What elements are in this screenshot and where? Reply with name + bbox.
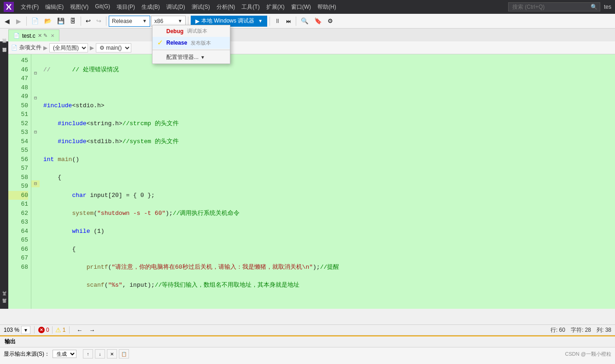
fold-51 xyxy=(31,102,40,111)
save-button[interactable]: 💾 xyxy=(55,16,67,27)
fold-62 xyxy=(31,196,40,206)
zoom-dropdown[interactable]: ▼ xyxy=(21,326,30,334)
menu-build[interactable]: 生成(B) xyxy=(138,1,163,13)
line-num-64: 64 xyxy=(8,227,28,236)
bookmark-button[interactable]: 🔖 xyxy=(312,16,324,27)
editor-tab-active[interactable]: 📄 test.c ✕ ✎ ✕ xyxy=(8,29,59,41)
output-panel: 输出 显示输出来源(S)： 生成 ↑ ↓ ✕ 📋 CSDN @一颗小橙粒 xyxy=(0,335,615,364)
fold-49 xyxy=(31,86,40,95)
find-button[interactable]: 🔍 xyxy=(299,16,311,27)
menu-view[interactable]: 视图(V) xyxy=(67,1,92,13)
fold-60[interactable]: ⊟ xyxy=(31,180,40,187)
separator3 xyxy=(106,17,106,26)
dropdown-item-config-manager[interactable]: 配置管理器... ▼ xyxy=(152,51,230,64)
step-button[interactable]: ⏭ xyxy=(284,16,293,27)
new-file-button[interactable]: 📄 xyxy=(29,16,41,27)
warning-count: 1 xyxy=(63,327,66,333)
save-all-button[interactable]: 🗄 xyxy=(68,16,78,27)
left-panel: 资源视图 团队资源管理器 工具 工具箱 xyxy=(0,41,8,309)
line-num-47: 47 xyxy=(8,74,28,83)
search-input[interactable] xyxy=(508,2,600,12)
config-dropdown[interactable]: Release ▼ xyxy=(109,16,150,27)
line-num-57: 57 xyxy=(8,164,28,173)
menu-edit[interactable]: 编辑(E) xyxy=(42,1,67,13)
step-icon: ⏭ xyxy=(286,18,291,24)
tab-filename: test.c xyxy=(22,33,35,39)
output-header: 输出 xyxy=(0,336,615,347)
menu-window[interactable]: 窗口(W) xyxy=(288,1,314,13)
output-down-button[interactable]: ↓ xyxy=(95,349,105,358)
menu-project[interactable]: 项目(P) xyxy=(113,1,138,13)
line-num-54: 54 xyxy=(8,137,28,146)
menu-extensions[interactable]: 扩展(X) xyxy=(263,1,288,13)
warning-indicator[interactable]: ⚠ 1 xyxy=(55,326,66,334)
zoom-value: 103 % xyxy=(4,327,19,333)
line-num-60: 60 xyxy=(8,191,28,200)
fold-50[interactable]: ⊟ xyxy=(31,95,40,102)
breadcrumb-func-select[interactable]: ⚙ main() xyxy=(96,43,131,52)
forward-button[interactable]: ▶ xyxy=(13,16,24,27)
editor-tab-bar: 📄 test.c ✕ ✎ ✕ xyxy=(8,29,615,41)
sidebar-tab-resources[interactable]: 资源视图 xyxy=(0,41,8,51)
separator2 xyxy=(81,17,81,26)
settings-button[interactable]: ⚙ xyxy=(325,16,335,27)
output-source-label: 显示输出来源(S)： xyxy=(4,350,50,358)
warning-icon: ⚠ xyxy=(55,326,61,334)
debug-label: Debug xyxy=(166,28,183,35)
back-button[interactable]: ◀ xyxy=(2,16,12,27)
code-line-55: { xyxy=(43,245,611,254)
fold-56 xyxy=(31,144,40,154)
file-small-icon: 📄 xyxy=(11,45,18,51)
dropdown-item-release[interactable]: ✓ Release 发布版本 xyxy=(152,37,230,49)
fold-55 xyxy=(31,136,40,145)
line-num-67: 67 xyxy=(8,254,28,263)
nav-back-button[interactable]: ← xyxy=(73,326,86,334)
menu-test[interactable]: 测试(S) xyxy=(188,1,213,13)
breadcrumb-scope-select[interactable]: (全局范围) xyxy=(49,43,88,52)
code-line-52: char input[20] = { 0 }; xyxy=(43,191,611,200)
status-sep3 xyxy=(69,326,70,334)
output-up-button[interactable]: ↑ xyxy=(83,349,93,358)
output-copy-button[interactable]: 📋 xyxy=(119,349,129,358)
menu-bar: 文件(F) 编辑(E) 视图(V) Git(G) 项目(P) 生成(B) 调试(… xyxy=(18,1,340,13)
undo-button[interactable]: ↩ xyxy=(83,16,93,27)
breadcrumb-file: 杂项文件 xyxy=(19,44,41,52)
line-num-49: 49 xyxy=(8,92,28,101)
menu-debug[interactable]: 调试(D) xyxy=(163,1,188,13)
menu-analyze[interactable]: 分析(N) xyxy=(213,1,239,13)
pause-button[interactable]: ⏸ xyxy=(272,16,283,27)
menu-tools[interactable]: 工具(T) xyxy=(238,1,263,13)
fold-47[interactable]: ⊟ xyxy=(31,70,40,77)
fold-68 xyxy=(31,250,40,260)
menu-file[interactable]: 文件(F) xyxy=(18,1,42,13)
breadcrumb-sep2: ▶ xyxy=(90,45,94,51)
output-toolbar: 显示输出来源(S)： 生成 ↑ ↓ ✕ 📋 CSDN @一颗小橙粒 xyxy=(0,347,615,360)
nav-forward-button[interactable]: → xyxy=(86,326,98,334)
tab-close-button[interactable]: ✕ xyxy=(51,33,54,38)
sidebar-tab-tools[interactable]: 工具箱 xyxy=(0,303,8,309)
open-button[interactable]: 📂 xyxy=(42,16,54,27)
title-right-text: tes xyxy=(604,4,611,10)
config-manager-arrow: ▼ xyxy=(200,55,205,60)
sidebar-tab-toolbox[interactable]: 工具 xyxy=(0,294,8,303)
error-indicator[interactable]: ✕ 0 xyxy=(38,327,49,333)
dropdown-item-debug[interactable]: Debug 调试版本 xyxy=(152,25,230,37)
output-clear-button[interactable]: ✕ xyxy=(107,349,117,358)
fold-57 xyxy=(31,154,40,163)
release-label: Release xyxy=(166,40,187,46)
menu-git[interactable]: Git(G) xyxy=(92,1,113,13)
fold-63 xyxy=(31,205,40,214)
line-numbers: 45 46 47 48 49 50 51 52 53 54 55 56 57 5… xyxy=(8,54,31,309)
output-action-buttons: ↑ ↓ ✕ 📋 xyxy=(83,349,129,358)
code-line-49: #include<stdlib.h>//system 的头文件 xyxy=(43,137,611,146)
redo-button[interactable]: ↪ xyxy=(94,16,104,27)
fold-54[interactable]: ⊟ xyxy=(31,129,40,136)
output-source-select[interactable]: 生成 xyxy=(53,350,76,358)
error-icon: ✕ xyxy=(38,327,45,333)
code-content[interactable]: // // 处理错误情况 #include<stdio.h> #include<… xyxy=(40,54,615,309)
fold-53 xyxy=(31,120,40,129)
code-line-51: { xyxy=(43,173,611,182)
sidebar-tab-team[interactable]: 团队资源管理器 xyxy=(0,51,8,60)
menu-help[interactable]: 帮助(H) xyxy=(314,1,340,13)
dropdown-separator xyxy=(152,50,230,50)
